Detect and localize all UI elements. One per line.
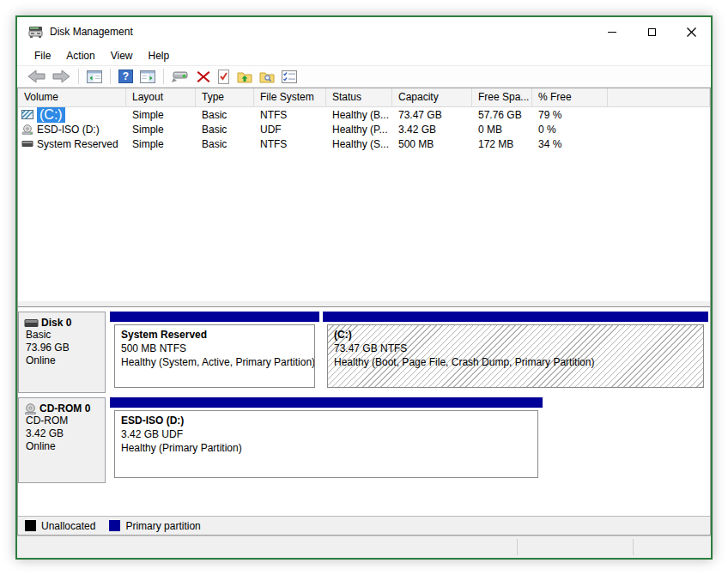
volume-row-system-reserved[interactable]: System Reserved Simple Basic NTFS Health… (18, 136, 710, 151)
disk-size: 73.96 GB (24, 342, 101, 354)
toolbar-separator (78, 69, 79, 84)
volume-disk-icon (21, 140, 33, 148)
cell-type: Basic (196, 109, 254, 121)
show-console-tree-button[interactable] (83, 67, 106, 86)
folder-search-icon (259, 70, 275, 83)
partition-health: Healthy (System, Active, Primary Partiti… (121, 355, 314, 369)
checklist-icon (282, 70, 297, 83)
disk-status: Online (24, 354, 101, 367)
volume-row-c[interactable]: (C:) Simple Basic NTFS Healthy (B... 73.… (18, 107, 710, 122)
drive-status-button[interactable] (168, 67, 193, 86)
legend-bar: Unallocated Primary partition (18, 516, 710, 535)
pane-splitter[interactable] (18, 300, 710, 307)
cell-pct-free: 34 % (532, 138, 608, 150)
properties-check-button[interactable] (214, 67, 234, 86)
column-header-type[interactable]: Type (196, 88, 254, 106)
partition-label-box: System Reserved 500 MB NTFS Healthy (Sys… (114, 324, 315, 388)
legend-unallocated-label: Unallocated (41, 520, 95, 532)
cell-status: Healthy (B... (326, 109, 392, 121)
cell-free-space: 0 MB (472, 124, 532, 136)
minimize-button[interactable] (592, 17, 632, 46)
partition-info: 73.47 GB NTFS (334, 342, 703, 355)
column-header-layout[interactable]: Layout (126, 88, 196, 106)
help-button[interactable]: ? (115, 67, 136, 86)
back-button[interactable] (24, 67, 49, 86)
partition-system-reserved[interactable]: System Reserved 500 MB NTFS Healthy (Sys… (110, 312, 319, 393)
cell-capacity: 3.42 GB (392, 124, 472, 136)
disk-status: Online (24, 440, 101, 453)
primary-partition-bar (110, 312, 319, 322)
column-header-free-space[interactable]: Free Spa... (472, 88, 532, 106)
show-console-tree-icon (87, 70, 102, 83)
forward-button[interactable] (49, 67, 74, 86)
drive-status-icon (172, 70, 190, 83)
partition-health: Healthy (Boot, Page File, Crash Dump, Pr… (334, 355, 703, 369)
volume-name-selected: (C:) (37, 107, 65, 123)
graphical-view: Disk 0 Basic 73.96 GB Online System Rese… (18, 307, 710, 535)
show-action-pane-button[interactable] (136, 67, 159, 86)
cdrom-0-row: CD-ROM 0 CD-ROM 3.42 GB Online ESD-ISO (… (18, 397, 710, 483)
primary-partition-bar (110, 397, 543, 408)
graph-filler (18, 483, 710, 516)
legend-primary-partition-label: Primary partition (125, 520, 200, 532)
cell-file-system: NTFS (254, 138, 326, 150)
cell-free-space: 172 MB (472, 138, 532, 150)
disk-0-header[interactable]: Disk 0 Basic 73.96 GB Online (18, 312, 106, 393)
toolbar-separator (110, 69, 111, 84)
cd-rom-icon (24, 403, 37, 415)
menu-help[interactable]: Help (141, 46, 178, 65)
status-bar-separator (517, 539, 518, 555)
forward-icon (52, 70, 70, 83)
show-action-pane-icon (140, 70, 155, 83)
menu-file[interactable]: File (27, 46, 58, 65)
maximize-button[interactable] (632, 17, 671, 46)
unallocated-color-swatch (25, 520, 36, 531)
help-icon: ? (118, 70, 133, 83)
partition-label-box: ESD-ISO (D:) 3.42 GB UDF Healthy (Primar… (114, 410, 538, 478)
partition-name: ESD-ISO (D:) (121, 414, 537, 427)
partition-health: Healthy (Primary Partition) (121, 441, 537, 455)
partition-c[interactable]: (C:) 73.47 GB NTFS Healthy (Boot, Page F… (323, 312, 708, 393)
properties-check-icon (217, 70, 230, 84)
cell-capacity: 73.47 GB (392, 109, 472, 121)
minimize-icon (608, 32, 616, 33)
toolbar-separator (163, 69, 164, 84)
disk-type: CD-ROM (24, 415, 101, 427)
cell-capacity: 500 MB (392, 138, 472, 150)
menu-action[interactable]: Action (58, 46, 102, 65)
disk-name: CD-ROM 0 (39, 402, 90, 415)
menu-view[interactable]: View (103, 46, 141, 65)
folder-search-button[interactable] (256, 67, 278, 86)
cdrom-0-header[interactable]: CD-ROM 0 CD-ROM 3.42 GB Online (18, 397, 106, 483)
cell-file-system: NTFS (254, 109, 326, 121)
cell-layout: Simple (126, 138, 196, 150)
primary-partition-bar (323, 312, 708, 322)
partition-esd-iso[interactable]: ESD-ISO (D:) 3.42 GB UDF Healthy (Primar… (110, 397, 543, 483)
volume-row-d[interactable]: ESD-ISO (D:) Simple Basic UDF Healthy (P… (18, 122, 710, 136)
cell-type: Basic (196, 124, 254, 136)
cell-status: Healthy (P... (326, 124, 392, 136)
delete-volume-button[interactable] (193, 67, 214, 86)
partition-name: (C:) (334, 328, 703, 342)
close-button[interactable] (671, 17, 711, 46)
disk-management-app-icon (28, 26, 44, 39)
volume-list: Volume Layout Type File System Status Ca… (18, 88, 710, 300)
column-header-volume[interactable]: Volume (18, 88, 126, 106)
toolbar: ? (17, 65, 711, 88)
column-header-capacity[interactable]: Capacity (392, 88, 472, 106)
cell-status: Healthy (S... (326, 138, 392, 150)
column-header-filler (608, 88, 710, 106)
column-header-status[interactable]: Status (326, 88, 392, 106)
partition-name: System Reserved (121, 328, 314, 342)
folder-up-button[interactable] (234, 67, 256, 86)
menu-bar: File Action View Help (17, 46, 711, 65)
column-header-file-system[interactable]: File System (254, 88, 326, 106)
status-bar-separator (633, 539, 634, 555)
disk-name: Disk 0 (41, 317, 71, 329)
disk-management-window: Disk Management File Action View Help (15, 15, 713, 560)
column-header-pct-free[interactable]: % Free (532, 88, 608, 106)
disk-0-partitions: System Reserved 500 MB NTFS Healthy (Sys… (106, 312, 710, 393)
window-title: Disk Management (50, 26, 133, 38)
checklist-button[interactable] (278, 67, 300, 86)
cell-layout: Simple (126, 109, 196, 121)
